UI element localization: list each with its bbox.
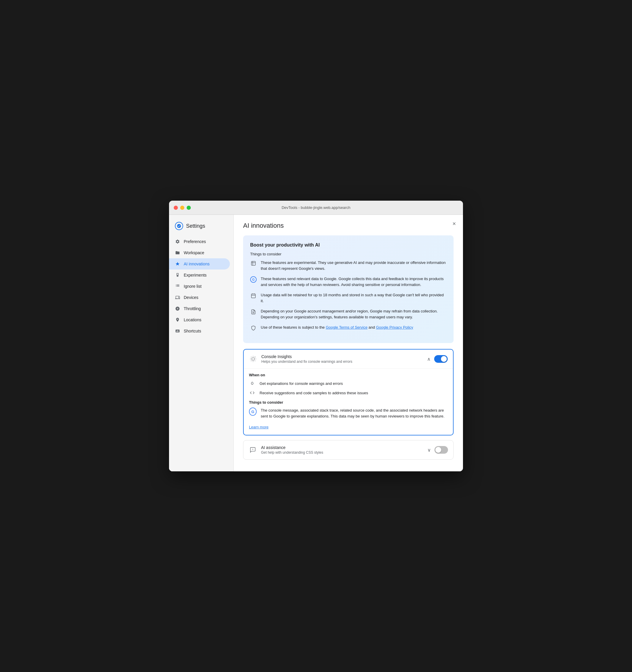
info-item-google-data-text: These features send relevant data to Goo…	[261, 276, 447, 287]
gear-icon	[175, 239, 180, 244]
benefit-item-suggestions: Receive suggestions and code samples to …	[249, 389, 448, 396]
info-item-retention: Usage data will be retained for up to 18…	[250, 292, 447, 304]
ai-assistance-controls: ∨	[427, 446, 448, 454]
google-tos-link[interactable]: Google Terms of Service	[326, 325, 368, 330]
gauge-icon	[175, 306, 180, 311]
console-insights-collapse-button[interactable]: ∧	[427, 356, 431, 362]
console-insights-consideration: G The console message, associated stack …	[249, 408, 448, 419]
main-content: × AI innovations Boost your productivity…	[234, 215, 463, 471]
ai-assistance-desc: Get help with understanding CSS styles	[261, 451, 423, 455]
maximize-window-button[interactable]	[187, 206, 191, 210]
ai-assistance-name: AI assistance	[261, 445, 423, 450]
google-g-icon-info: G	[250, 276, 257, 283]
flask-icon	[175, 272, 180, 278]
lightbulb-plus-icon: +	[249, 355, 257, 363]
titlebar-title: DevTools - bubble-jingle.web.app/search	[282, 206, 350, 210]
info-item-experimental-text: These features are experimental. They us…	[261, 260, 447, 271]
google-privacy-link[interactable]: Google Privacy Policy	[376, 325, 413, 330]
close-window-button[interactable]	[174, 206, 178, 210]
console-insights-toggle[interactable]	[434, 355, 448, 363]
sidebar-item-locations[interactable]: Locations	[169, 314, 230, 326]
info-item-tos: Use of these features is subject to the …	[250, 325, 447, 331]
settings-logo-icon	[175, 222, 183, 230]
svg-text:+: +	[255, 356, 256, 358]
info-card-title: Boost your productivity with AI	[250, 242, 447, 248]
when-on-label: When on	[249, 373, 448, 377]
lightbulb-icon-benefit	[249, 380, 255, 387]
page-title: AI innovations	[243, 222, 454, 230]
sidebar-title: Settings	[186, 223, 205, 229]
sidebar-item-locations-label: Locations	[184, 317, 201, 322]
sidebar-item-ignore-list[interactable]: Ignore list	[169, 281, 230, 292]
document-icon	[250, 309, 257, 315]
sidebar-item-workspace-label: Workspace	[184, 250, 204, 255]
sidebar-item-throttling[interactable]: Throttling	[169, 303, 230, 314]
console-insights-card: + Console Insights Helps you understand …	[243, 349, 454, 435]
info-item-retention-text: Usage data will be retained for up to 18…	[261, 292, 447, 304]
ai-assistance-header: AI assistance Get help with understandin…	[244, 440, 453, 459]
sidebar-item-workspace[interactable]: Workspace	[169, 247, 230, 258]
info-item-google-data: G These features send relevant data to G…	[250, 276, 447, 287]
console-insights-expanded: When on Get explanations for console war…	[244, 368, 453, 435]
ai-info-card: Boost your productivity with AI Things t…	[243, 235, 454, 343]
code-icon-benefit	[249, 389, 255, 396]
ai-assistance-toggle[interactable]	[434, 446, 448, 454]
console-insights-consideration-text: The console message, associated stack tr…	[261, 408, 448, 419]
benefit-item-explanations: Get explanations for console warnings an…	[249, 380, 448, 387]
svg-point-6	[252, 358, 254, 360]
calendar-icon	[250, 292, 257, 299]
console-insights-controls: ∧	[427, 355, 448, 363]
sidebar-item-devices[interactable]: Devices	[169, 292, 230, 303]
folder-icon	[175, 250, 180, 256]
console-insights-text: Console Insights Helps you understand an…	[261, 354, 423, 364]
ai-assistance-expand-button[interactable]: ∨	[427, 447, 431, 453]
svg-line-13	[251, 361, 251, 361]
sidebar-item-ai-innovations[interactable]: AI innovations	[169, 258, 230, 269]
list-x-icon	[175, 284, 180, 289]
titlebar: DevTools - bubble-jingle.web.app/search	[169, 201, 463, 215]
benefit-explanations-text: Get explanations for console warnings an…	[259, 381, 343, 386]
experimental-icon	[250, 260, 257, 267]
console-insights-name: Console Insights	[261, 354, 423, 359]
ai-assistance-card: AI assistance Get help with understandin…	[243, 440, 454, 460]
sidebar-item-preferences-label: Preferences	[184, 239, 206, 244]
svg-line-10	[255, 361, 255, 361]
google-g-icon-console: G	[249, 408, 257, 415]
dialog-close-button[interactable]: ×	[452, 221, 456, 226]
console-insights-header: + Console Insights Helps you understand …	[244, 350, 453, 368]
content-area: Settings Preferences Workspace	[169, 215, 463, 471]
svg-rect-0	[251, 294, 255, 298]
sidebar-item-ignore-list-label: Ignore list	[184, 284, 202, 289]
things-to-consider-label: Things to consider	[250, 252, 447, 256]
learn-more-link[interactable]: Learn more	[249, 425, 269, 429]
benefit-suggestions-text: Receive suggestions and code samples to …	[259, 391, 368, 395]
window-controls	[174, 206, 191, 210]
pin-icon	[175, 317, 180, 322]
sparkle-icon	[175, 261, 180, 267]
main-window: DevTools - bubble-jingle.web.app/search …	[169, 201, 463, 471]
sidebar-item-preferences[interactable]: Preferences	[169, 236, 230, 247]
svg-point-17	[251, 383, 253, 385]
info-item-tos-text: Use of these features is subject to the …	[261, 325, 413, 330]
keyboard-icon	[175, 328, 180, 334]
sidebar-item-devices-label: Devices	[184, 295, 198, 300]
svg-line-9	[251, 357, 251, 357]
ai-assist-icon	[249, 446, 257, 454]
console-insights-desc: Helps you understand and fix console war…	[261, 360, 423, 364]
shield-icon	[250, 325, 257, 331]
console-insights-consider-label: Things to consider	[249, 400, 448, 405]
info-item-account: Depending on your Google account managem…	[250, 308, 447, 320]
info-item-account-text: Depending on your Google account managem…	[261, 308, 447, 320]
info-item-experimental: These features are experimental. They us…	[250, 260, 447, 271]
sidebar: Settings Preferences Workspace	[169, 215, 234, 471]
sidebar-item-throttling-label: Throttling	[184, 306, 201, 311]
minimize-window-button[interactable]	[180, 206, 184, 210]
sidebar-item-shortcuts-label: Shortcuts	[184, 329, 201, 333]
sidebar-item-shortcuts[interactable]: Shortcuts	[169, 326, 230, 337]
ai-assistance-text: AI assistance Get help with understandin…	[261, 445, 423, 455]
sidebar-item-ai-innovations-label: AI innovations	[184, 262, 209, 266]
devices-icon	[175, 295, 180, 300]
sidebar-item-experiments-label: Experiments	[184, 273, 207, 278]
sidebar-header: Settings	[169, 219, 233, 236]
sidebar-item-experiments[interactable]: Experiments	[169, 269, 230, 281]
